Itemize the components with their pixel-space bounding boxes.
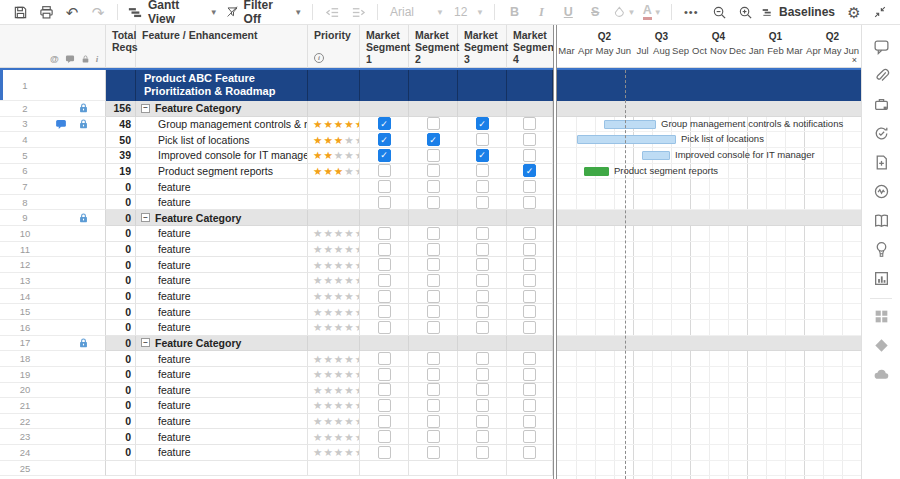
checkbox-unchecked[interactable] (427, 383, 440, 396)
cell-market-segment-2[interactable] (409, 226, 458, 242)
cell-market-segment-4[interactable] (507, 367, 553, 383)
row-number[interactable]: 2 (0, 103, 50, 114)
checkbox-unchecked[interactable] (523, 321, 536, 334)
cell-market-segment-1[interactable] (360, 445, 409, 461)
cell-priority[interactable]: ★★★★★ (308, 383, 360, 399)
cell-market-segment-2[interactable] (409, 195, 458, 211)
cell-market-segment-3[interactable] (458, 445, 507, 461)
cell-priority[interactable]: ★★★★★ (308, 117, 360, 133)
row-header-cell[interactable]: 7 (0, 179, 106, 195)
checkbox-unchecked[interactable] (427, 352, 440, 365)
checkbox-unchecked[interactable] (523, 383, 536, 396)
checkbox-unchecked[interactable] (476, 321, 489, 334)
cell-market-segment-2[interactable] (409, 429, 458, 445)
checkbox-unchecked[interactable] (427, 227, 440, 240)
cell-market-segment-4[interactable] (507, 210, 553, 226)
checkbox-unchecked[interactable] (523, 305, 536, 318)
cell-market-segment-4[interactable] (507, 414, 553, 430)
checkbox-unchecked[interactable] (523, 149, 536, 162)
cell-market-segment-2[interactable] (409, 445, 458, 461)
checkbox-unchecked[interactable] (523, 117, 536, 130)
checkbox-unchecked[interactable] (523, 227, 536, 240)
row-number[interactable]: 4 (0, 134, 50, 145)
checkbox-unchecked[interactable] (378, 180, 391, 193)
cell-market-segment-4[interactable] (507, 289, 553, 305)
checkbox-unchecked[interactable] (427, 196, 440, 209)
cell-market-segment-1[interactable] (360, 273, 409, 289)
cell-market-segment-1[interactable] (360, 289, 409, 305)
cell-market-segment-4[interactable] (507, 351, 553, 367)
row-header-cell[interactable]: 11 (0, 242, 106, 258)
cell-feature[interactable]: −Feature Category (136, 101, 308, 117)
column-header-total-reqs[interactable]: Total Reqs (106, 25, 136, 68)
comment-column-icon[interactable] (65, 54, 75, 64)
italic-button[interactable]: I (529, 1, 554, 23)
checkbox-unchecked[interactable] (378, 415, 391, 428)
cell-priority[interactable] (308, 210, 360, 226)
checkbox-unchecked[interactable] (378, 243, 391, 256)
cell-market-segment-4[interactable] (507, 320, 553, 336)
checkbox-unchecked[interactable] (523, 368, 536, 381)
row-header-cell[interactable]: 15 (0, 304, 106, 320)
checkbox-unchecked[interactable] (523, 274, 536, 287)
rail-button-paperclip[interactable] (868, 62, 894, 88)
cell-market-segment-4[interactable] (507, 226, 553, 242)
checkbox-unchecked[interactable] (378, 258, 391, 271)
row-header-cell[interactable]: 17 (0, 336, 106, 352)
cell-priority[interactable]: ★★★★★ (308, 304, 360, 320)
cell-total-reqs[interactable]: 0 (106, 445, 136, 461)
cell-market-segment-4[interactable] (507, 132, 553, 148)
print-button[interactable] (34, 1, 58, 23)
checkbox-unchecked[interactable] (427, 430, 440, 443)
cell-market-segment-2[interactable] (409, 398, 458, 414)
cell-priority[interactable]: ★★★★★ (308, 148, 360, 164)
cell-market-segment-1[interactable] (360, 242, 409, 258)
cell-market-segment-4[interactable] (507, 195, 553, 211)
checkbox-unchecked[interactable] (476, 196, 489, 209)
cell-market-segment-1[interactable] (360, 429, 409, 445)
cell-priority[interactable]: ★★★★★ (308, 429, 360, 445)
cell-priority[interactable] (308, 336, 360, 352)
cell-market-segment-3[interactable] (458, 351, 507, 367)
cell-total-reqs[interactable] (106, 70, 136, 101)
checkbox-unchecked[interactable] (476, 383, 489, 396)
checkbox-unchecked[interactable] (427, 274, 440, 287)
cell-market-segment-2[interactable] (409, 117, 458, 133)
row-header-cell[interactable]: 3 (0, 117, 106, 133)
cell-market-segment-2[interactable] (409, 351, 458, 367)
cell-total-reqs[interactable]: 0 (106, 226, 136, 242)
cell-priority[interactable]: ★★★★★ (308, 351, 360, 367)
rail-button-grid[interactable] (868, 303, 894, 329)
checkbox-unchecked[interactable] (378, 164, 391, 177)
row-header-cell[interactable]: 2 (0, 101, 106, 117)
cell-market-segment-4[interactable] (507, 70, 553, 101)
cell-total-reqs[interactable]: 0 (106, 398, 136, 414)
checkbox-unchecked[interactable] (378, 196, 391, 209)
row-header-cell[interactable]: 14 (0, 289, 106, 305)
cell-priority[interactable] (308, 461, 360, 477)
cell-market-segment-4[interactable] (507, 398, 553, 414)
cell-total-reqs[interactable]: 0 (106, 414, 136, 430)
cell-market-segment-3[interactable] (458, 210, 507, 226)
checkbox-unchecked[interactable] (476, 415, 489, 428)
checkbox-unchecked[interactable] (427, 180, 440, 193)
cell-priority[interactable]: ★★★★★ (308, 398, 360, 414)
cell-feature[interactable]: feature (136, 445, 308, 461)
cell-priority[interactable] (308, 101, 360, 117)
cell-market-segment-2[interactable] (409, 164, 458, 180)
cell-feature[interactable] (136, 461, 308, 477)
checkbox-checked[interactable]: ✓ (378, 149, 391, 162)
cell-total-reqs[interactable]: 0 (106, 304, 136, 320)
row-header-cell[interactable]: 22 (0, 414, 106, 430)
checkbox-unchecked[interactable] (523, 415, 536, 428)
checkbox-unchecked[interactable] (476, 133, 489, 146)
cell-market-segment-2[interactable] (409, 336, 458, 352)
row-header-cell[interactable]: 4 (0, 132, 106, 148)
checkbox-unchecked[interactable] (378, 274, 391, 287)
cell-market-segment-3[interactable] (458, 461, 507, 477)
collapse-toolbar-button[interactable] (868, 1, 892, 23)
checkbox-checked[interactable]: ✓ (378, 133, 391, 146)
row-header-cell[interactable]: 16 (0, 320, 106, 336)
column-header-market-segment-2[interactable]: Market Segment 2 (409, 25, 458, 68)
checkbox-unchecked[interactable] (523, 290, 536, 303)
